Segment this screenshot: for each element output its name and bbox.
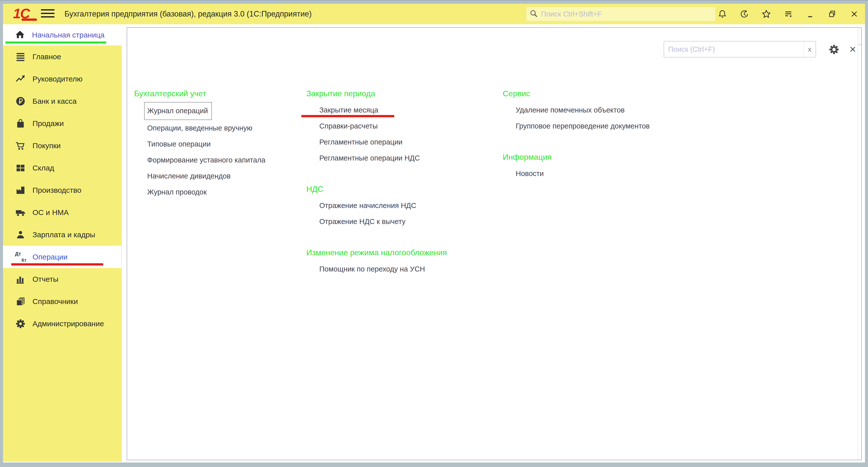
sidebar-item-proizvodstvo[interactable]: Производство	[3, 179, 121, 201]
section-title: Закрытие периода	[306, 88, 447, 98]
link-novosti[interactable]: Новости	[516, 166, 544, 181]
sidebar-item-label: Справочники	[32, 297, 78, 306]
link-zhurnal-provodok[interactable]: Журнал проводок	[147, 184, 207, 200]
books-icon	[15, 296, 26, 307]
vertical-scrollbar[interactable]	[858, 28, 861, 460]
panel-close-icon[interactable]: ×	[846, 42, 859, 57]
sidebar-item-label: Отчеты	[32, 275, 59, 284]
restore-window-icon[interactable]	[828, 9, 837, 19]
link-gruppovoe-pereprovedenie-dokumentov[interactable]: Групповое перепроведение документов	[516, 118, 650, 134]
section-nds: НДС Отражение начисления НДС Отражение Н…	[306, 184, 447, 230]
home-icon	[15, 29, 25, 40]
sidebar-item-otchety[interactable]: Отчеты	[3, 268, 121, 290]
section-period-closing: Закрытие периода Закрытие месяца Справки…	[306, 88, 447, 166]
sidebar-item-label: Покупки	[32, 142, 61, 150]
column-accounting: Бухгалтерский учет Журнал операций Опера…	[134, 88, 265, 200]
sidebar-item-label: ОС и НМА	[32, 208, 69, 217]
factory-icon	[15, 185, 26, 196]
sidebar-item-label: Банк и касса	[32, 97, 77, 106]
shopping-bag-icon	[15, 118, 26, 129]
sidebar-item-pokupki[interactable]: Покупки	[3, 135, 121, 157]
menu-lines-icon	[15, 51, 26, 62]
sidebar-item-zarplata-i-kadry[interactable]: Зарплата и кадры	[3, 224, 121, 246]
history-icon[interactable]	[740, 9, 749, 19]
sidebar-item-label: Операции	[32, 253, 67, 261]
column-period-closing: Закрытие периода Закрытие месяца Справки…	[306, 88, 447, 277]
close-window-icon[interactable]	[849, 9, 859, 19]
search-icon	[529, 9, 540, 19]
section-information: Информация Новости	[503, 152, 650, 181]
sidebar-item-sklad[interactable]: Склад	[3, 157, 121, 179]
shopping-cart-icon	[15, 140, 26, 151]
notifications-bell-icon[interactable]	[718, 9, 727, 19]
sections-sidebar: Главное Руководителю	[3, 46, 122, 462]
link-zakrytie-mesyaca[interactable]: Закрытие месяца	[319, 102, 378, 118]
main-menu-button[interactable]	[41, 9, 55, 19]
trend-arrow-icon	[15, 74, 26, 85]
sidebar-item-label: Руководителю	[32, 75, 83, 83]
menu-bar	[41, 9, 55, 10]
panel-settings-gear-icon[interactable]	[828, 44, 840, 55]
sidebar-item-bank-i-kassa[interactable]: Банк и касса	[3, 90, 121, 112]
tab-home-page[interactable]: Начальная страница	[3, 24, 114, 46]
sidebar-item-rukovoditelyu[interactable]: Руководителю	[3, 68, 121, 90]
section-service: Сервис Удаление помеченных объектов Груп…	[503, 88, 650, 134]
sidebar-item-spravochniki[interactable]: Справочники	[3, 290, 121, 313]
titlebar-buttons	[718, 4, 859, 24]
panel-search: x	[663, 41, 816, 58]
sidebar-item-label: Склад	[32, 164, 54, 172]
minimize-icon[interactable]	[806, 9, 815, 19]
link-otrazhenie-nachisleniya-nds[interactable]: Отражение начисления НДС	[319, 198, 416, 213]
section-title: Изменение режима налогообложения	[306, 247, 447, 258]
panel-search-input[interactable]	[664, 41, 804, 57]
link-pomoshchnik-po-perekhodu-na-usn[interactable]: Помощник по переходу на УСН	[319, 261, 425, 277]
app-window: 1С Бухгалтерия предприятия (базовая), ре…	[0, 0, 868, 467]
bar-chart-icon	[15, 274, 26, 285]
clear-search-icon[interactable]: x	[804, 41, 815, 57]
sidebar-item-administrirovanie[interactable]: Администрирование	[3, 313, 121, 335]
1c-logo: 1С	[13, 6, 40, 22]
sidebar-item-os-i-nma[interactable]: ОС и НМА	[3, 201, 121, 224]
start-page-panel: x × Бухгалтерский уче	[127, 27, 862, 460]
gear-icon	[15, 318, 26, 329]
menu-bar	[41, 16, 55, 18]
section-accounting: Бухгалтерский учет Журнал операций Опера…	[134, 88, 265, 200]
favorites-star-icon[interactable]	[762, 9, 771, 19]
focused-link-box: Журнал операций	[144, 102, 212, 120]
service-menu-icon[interactable]	[783, 9, 793, 19]
menu-bar	[41, 13, 55, 14]
link-formirovanie-ustavnogo-kapitala[interactable]: Формирование уставного капитала	[147, 152, 265, 168]
link-zhurnal-operacij[interactable]: Журнал операций	[147, 102, 212, 120]
grid-boxes-icon	[15, 163, 26, 174]
link-udalenie-pomechennyh-obektov[interactable]: Удаление помеченных объектов	[516, 102, 625, 118]
sidebar-item-label: Продажи	[32, 119, 64, 128]
section-title: Бухгалтерский учет	[134, 88, 265, 98]
ruble-coin-icon	[15, 96, 26, 107]
scrollbar-thumb[interactable]	[858, 28, 861, 45]
truck-icon	[15, 207, 26, 218]
dt-kt-icon: ДтКт	[15, 252, 26, 263]
sidebar-item-glavnoe[interactable]: Главное	[3, 46, 121, 68]
sidebar-item-label: Зарплата и кадры	[32, 231, 95, 239]
link-operacii-vvedennye-vruchnuyu[interactable]: Операции, введенные вручную	[147, 120, 252, 136]
tab-label: Начальная страница	[32, 31, 104, 39]
section-title: Информация	[503, 152, 650, 162]
window-title: Бухгалтерия предприятия (базовая), редак…	[64, 4, 312, 24]
person-icon	[15, 229, 26, 240]
sidebar-item-label: Администрирование	[32, 320, 104, 328]
global-search-input[interactable]	[540, 10, 712, 19]
global-search	[526, 7, 716, 21]
link-reglamentnye-operacii[interactable]: Регламентные операции	[319, 134, 403, 150]
link-reglamentnye-operacii-nds[interactable]: Регламентные операции НДС	[319, 150, 420, 166]
link-otrazhenie-nds-k-vychetu[interactable]: Отражение НДС к вычету	[319, 213, 405, 230]
section-title: НДС	[306, 184, 447, 194]
sidebar-item-operacii[interactable]: ДтКт Операции	[3, 246, 121, 268]
column-service: Сервис Удаление помеченных объектов Груп…	[503, 88, 650, 181]
link-tipovye-operacii[interactable]: Типовые операции	[147, 136, 211, 152]
sidebar-item-prodazhi[interactable]: Продажи	[3, 112, 121, 135]
sidebar-item-label: Производство	[32, 186, 82, 195]
link-nachislenie-dividendov[interactable]: Начисление дивидендов	[147, 168, 230, 184]
link-spravki-raschety[interactable]: Справки-расчеты	[319, 118, 378, 134]
section-tax-regime-change: Изменение режима налогообложения Помощни…	[306, 247, 447, 277]
titlebar: 1С Бухгалтерия предприятия (базовая), ре…	[3, 4, 865, 24]
